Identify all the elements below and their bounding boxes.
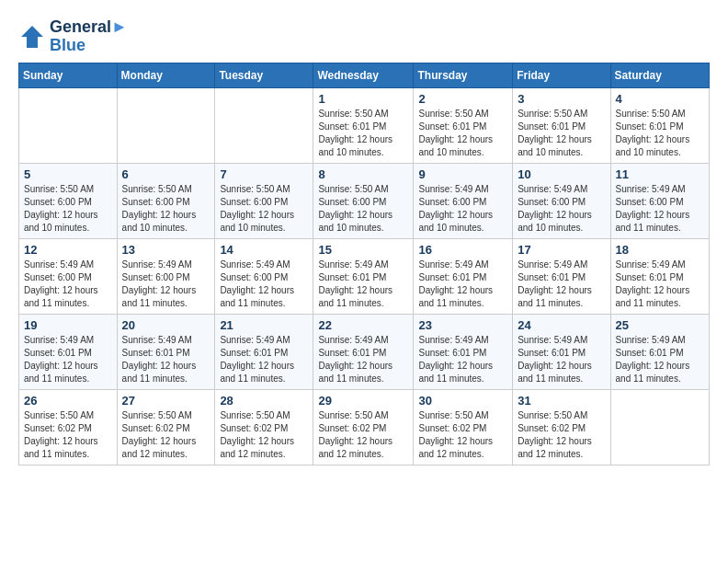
day-info: Sunrise: 5:49 AM Sunset: 6:01 PM Dayligh…	[418, 259, 507, 310]
day-number: 31	[518, 394, 605, 408]
day-info: Sunrise: 5:49 AM Sunset: 6:01 PM Dayligh…	[318, 259, 408, 310]
calendar-cell: 1Sunrise: 5:50 AM Sunset: 6:01 PM Daylig…	[313, 87, 414, 163]
calendar-header-row: SundayMondayTuesdayWednesdayThursdayFrid…	[19, 63, 710, 87]
logo: General► Blue	[18, 18, 128, 55]
day-number: 14	[220, 243, 308, 257]
day-number: 15	[318, 243, 408, 257]
day-number: 25	[616, 318, 704, 332]
day-info: Sunrise: 5:50 AM Sunset: 6:00 PM Dayligh…	[220, 183, 308, 235]
calendar-cell: 15Sunrise: 5:49 AM Sunset: 6:01 PM Dayli…	[313, 238, 414, 314]
calendar-cell: 8Sunrise: 5:50 AM Sunset: 6:00 PM Daylig…	[313, 163, 414, 238]
day-info: Sunrise: 5:50 AM Sunset: 6:00 PM Dayligh…	[122, 183, 210, 235]
day-info: Sunrise: 5:50 AM Sunset: 6:01 PM Dayligh…	[418, 108, 507, 159]
calendar-week-row: 19Sunrise: 5:49 AM Sunset: 6:01 PM Dayli…	[19, 314, 710, 389]
day-number: 21	[220, 318, 308, 332]
logo-icon	[18, 23, 46, 51]
day-info: Sunrise: 5:49 AM Sunset: 6:00 PM Dayligh…	[616, 183, 704, 235]
calendar-cell: 17Sunrise: 5:49 AM Sunset: 6:01 PM Dayli…	[513, 238, 610, 314]
calendar-cell	[610, 389, 709, 465]
day-info: Sunrise: 5:49 AM Sunset: 6:01 PM Dayligh…	[318, 334, 408, 385]
day-number: 6	[122, 167, 210, 181]
page-container: General► Blue SundayMondayTuesdayWednesd…	[18, 18, 710, 465]
calendar-week-row: 12Sunrise: 5:49 AM Sunset: 6:00 PM Dayli…	[19, 238, 710, 314]
weekday-header: Tuesday	[215, 63, 313, 87]
calendar-cell: 16Sunrise: 5:49 AM Sunset: 6:01 PM Dayli…	[414, 238, 513, 314]
day-info: Sunrise: 5:50 AM Sunset: 6:02 PM Dayligh…	[518, 409, 605, 461]
logo-text: General► Blue	[50, 18, 128, 55]
day-number: 2	[418, 92, 507, 106]
calendar-cell: 5Sunrise: 5:50 AM Sunset: 6:00 PM Daylig…	[19, 163, 118, 238]
day-info: Sunrise: 5:49 AM Sunset: 6:00 PM Dayligh…	[518, 183, 605, 235]
day-number: 18	[616, 243, 704, 257]
calendar-cell: 25Sunrise: 5:49 AM Sunset: 6:01 PM Dayli…	[610, 314, 709, 389]
weekday-header: Friday	[513, 63, 610, 87]
calendar-cell: 2Sunrise: 5:50 AM Sunset: 6:01 PM Daylig…	[414, 87, 513, 163]
day-number: 20	[122, 318, 210, 332]
calendar-body: 1Sunrise: 5:50 AM Sunset: 6:01 PM Daylig…	[19, 87, 710, 465]
day-info: Sunrise: 5:49 AM Sunset: 6:01 PM Dayligh…	[518, 334, 605, 385]
calendar-cell: 30Sunrise: 5:50 AM Sunset: 6:02 PM Dayli…	[414, 389, 513, 465]
day-number: 3	[518, 92, 605, 106]
calendar-table: SundayMondayTuesdayWednesdayThursdayFrid…	[18, 63, 710, 465]
calendar-cell: 28Sunrise: 5:50 AM Sunset: 6:02 PM Dayli…	[215, 389, 313, 465]
day-info: Sunrise: 5:50 AM Sunset: 6:02 PM Dayligh…	[418, 409, 507, 461]
calendar-week-row: 1Sunrise: 5:50 AM Sunset: 6:01 PM Daylig…	[19, 87, 710, 163]
day-number: 22	[318, 318, 408, 332]
calendar-cell: 21Sunrise: 5:49 AM Sunset: 6:01 PM Dayli…	[215, 314, 313, 389]
calendar-cell: 4Sunrise: 5:50 AM Sunset: 6:01 PM Daylig…	[610, 87, 709, 163]
day-info: Sunrise: 5:49 AM Sunset: 6:00 PM Dayligh…	[418, 183, 507, 235]
day-info: Sunrise: 5:49 AM Sunset: 6:01 PM Dayligh…	[220, 334, 308, 385]
day-number: 24	[518, 318, 605, 332]
day-number: 27	[122, 394, 210, 408]
day-number: 30	[418, 394, 507, 408]
day-number: 4	[616, 92, 704, 106]
calendar-cell: 26Sunrise: 5:50 AM Sunset: 6:02 PM Dayli…	[19, 389, 118, 465]
calendar-cell: 23Sunrise: 5:49 AM Sunset: 6:01 PM Dayli…	[414, 314, 513, 389]
day-number: 28	[220, 394, 308, 408]
calendar-week-row: 26Sunrise: 5:50 AM Sunset: 6:02 PM Dayli…	[19, 389, 710, 465]
day-number: 26	[24, 394, 112, 408]
calendar-cell: 3Sunrise: 5:50 AM Sunset: 6:01 PM Daylig…	[513, 87, 610, 163]
day-number: 13	[122, 243, 210, 257]
day-info: Sunrise: 5:50 AM Sunset: 6:02 PM Dayligh…	[220, 409, 308, 461]
day-number: 1	[318, 92, 408, 106]
calendar-cell: 13Sunrise: 5:49 AM Sunset: 6:00 PM Dayli…	[117, 238, 215, 314]
calendar-cell: 22Sunrise: 5:49 AM Sunset: 6:01 PM Dayli…	[313, 314, 414, 389]
day-info: Sunrise: 5:49 AM Sunset: 6:01 PM Dayligh…	[24, 334, 112, 385]
day-info: Sunrise: 5:50 AM Sunset: 6:02 PM Dayligh…	[122, 409, 210, 461]
day-number: 16	[418, 243, 507, 257]
day-info: Sunrise: 5:49 AM Sunset: 6:01 PM Dayligh…	[616, 334, 704, 385]
day-info: Sunrise: 5:50 AM Sunset: 6:01 PM Dayligh…	[518, 108, 605, 159]
day-info: Sunrise: 5:50 AM Sunset: 6:01 PM Dayligh…	[318, 108, 408, 159]
day-info: Sunrise: 5:50 AM Sunset: 6:01 PM Dayligh…	[616, 108, 704, 159]
calendar-cell: 27Sunrise: 5:50 AM Sunset: 6:02 PM Dayli…	[117, 389, 215, 465]
weekday-header: Wednesday	[313, 63, 414, 87]
calendar-cell: 24Sunrise: 5:49 AM Sunset: 6:01 PM Dayli…	[513, 314, 610, 389]
calendar-cell: 6Sunrise: 5:50 AM Sunset: 6:00 PM Daylig…	[117, 163, 215, 238]
day-number: 11	[616, 167, 704, 181]
calendar-cell: 11Sunrise: 5:49 AM Sunset: 6:00 PM Dayli…	[610, 163, 709, 238]
calendar-cell: 7Sunrise: 5:50 AM Sunset: 6:00 PM Daylig…	[215, 163, 313, 238]
calendar-cell: 12Sunrise: 5:49 AM Sunset: 6:00 PM Dayli…	[19, 238, 118, 314]
day-info: Sunrise: 5:49 AM Sunset: 6:01 PM Dayligh…	[418, 334, 507, 385]
calendar-cell: 14Sunrise: 5:49 AM Sunset: 6:00 PM Dayli…	[215, 238, 313, 314]
calendar-cell: 20Sunrise: 5:49 AM Sunset: 6:01 PM Dayli…	[117, 314, 215, 389]
day-number: 23	[418, 318, 507, 332]
calendar-cell	[117, 87, 215, 163]
weekday-header: Monday	[117, 63, 215, 87]
day-info: Sunrise: 5:49 AM Sunset: 6:00 PM Dayligh…	[24, 259, 112, 310]
weekday-header: Thursday	[414, 63, 513, 87]
day-number: 29	[318, 394, 408, 408]
day-number: 8	[318, 167, 408, 181]
weekday-header: Saturday	[610, 63, 709, 87]
day-info: Sunrise: 5:49 AM Sunset: 6:00 PM Dayligh…	[220, 259, 308, 310]
day-info: Sunrise: 5:49 AM Sunset: 6:00 PM Dayligh…	[122, 259, 210, 310]
calendar-cell: 19Sunrise: 5:49 AM Sunset: 6:01 PM Dayli…	[19, 314, 118, 389]
day-number: 17	[518, 243, 605, 257]
day-info: Sunrise: 5:50 AM Sunset: 6:02 PM Dayligh…	[318, 409, 408, 461]
svg-marker-0	[21, 26, 43, 48]
day-number: 19	[24, 318, 112, 332]
day-number: 12	[24, 243, 112, 257]
calendar-cell: 9Sunrise: 5:49 AM Sunset: 6:00 PM Daylig…	[414, 163, 513, 238]
calendar-week-row: 5Sunrise: 5:50 AM Sunset: 6:00 PM Daylig…	[19, 163, 710, 238]
